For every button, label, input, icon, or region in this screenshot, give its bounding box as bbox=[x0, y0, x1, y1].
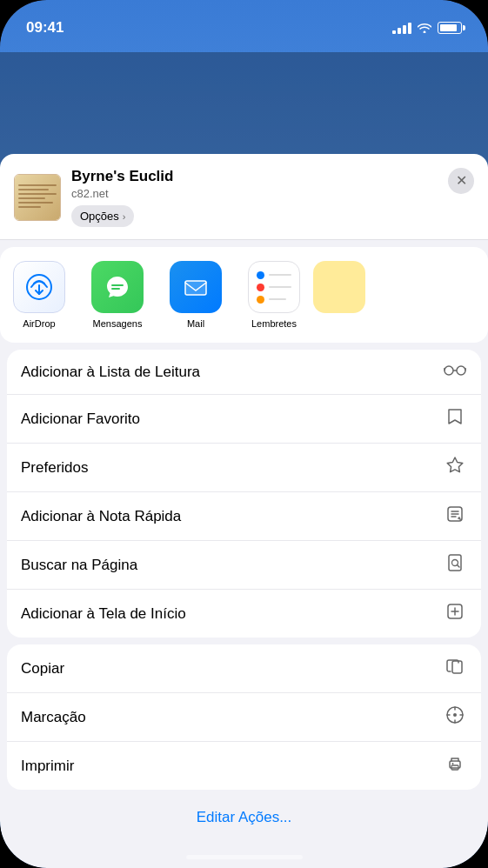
svg-point-18 bbox=[453, 713, 457, 717]
share-title: Byrne's Euclid bbox=[71, 168, 474, 185]
status-bar: 09:41 bbox=[0, 0, 488, 43]
action-label-reading-list: Adicionar à Lista de Leitura bbox=[21, 364, 200, 381]
reminders-icon bbox=[248, 261, 300, 313]
print-icon bbox=[443, 754, 467, 778]
status-time: 09:41 bbox=[26, 19, 64, 37]
wifi-icon bbox=[418, 23, 431, 33]
book-thumbnail bbox=[14, 174, 61, 221]
action-label-bookmark: Adicionar Favorito bbox=[21, 411, 140, 428]
svg-rect-10 bbox=[449, 555, 461, 571]
share-sheet-overlay: Byrne's Euclid c82.net Opções › ✕ bbox=[0, 52, 488, 868]
battery-icon bbox=[438, 22, 462, 34]
svg-point-25 bbox=[452, 763, 454, 765]
edit-actions: Editar Ações... bbox=[0, 797, 488, 838]
add-home-icon bbox=[443, 602, 467, 625]
action-label-find-on-page: Buscar na Página bbox=[21, 557, 137, 574]
markup-icon bbox=[443, 705, 467, 729]
reminders-label: Lembretes bbox=[251, 318, 297, 329]
svg-rect-2 bbox=[185, 281, 206, 295]
book-icon bbox=[443, 407, 467, 431]
home-indicator bbox=[186, 855, 303, 859]
apps-row: AirDrop Mensagens bbox=[0, 247, 488, 343]
action-label-favorites: Preferidos bbox=[21, 459, 88, 477]
action-label-markup: Marcação bbox=[21, 709, 86, 726]
action-list-2: Copiar Marcação bbox=[7, 644, 481, 790]
action-item-markup[interactable]: Marcação bbox=[7, 693, 481, 742]
copy-icon bbox=[443, 657, 467, 680]
share-sheet: Byrne's Euclid c82.net Opções › ✕ bbox=[0, 154, 488, 868]
note-icon bbox=[443, 504, 467, 528]
share-url: c82.net bbox=[71, 187, 474, 200]
airdrop-label: AirDrop bbox=[23, 318, 55, 329]
action-list-1: Adicionar à Lista de Leitura bbox=[7, 350, 481, 638]
close-icon: ✕ bbox=[456, 172, 467, 189]
messages-icon bbox=[91, 261, 144, 313]
signal-bars-icon bbox=[392, 23, 411, 34]
action-item-bookmark[interactable]: Adicionar Favorito bbox=[7, 395, 481, 444]
svg-line-12 bbox=[458, 565, 460, 568]
action-item-favorites[interactable]: Preferidos bbox=[7, 444, 481, 492]
app-item-mail[interactable]: Mail bbox=[157, 261, 235, 329]
mail-icon bbox=[170, 261, 222, 313]
mail-label: Mail bbox=[187, 318, 204, 329]
action-item-print[interactable]: Imprimir bbox=[7, 742, 481, 790]
airdrop-icon bbox=[13, 261, 65, 313]
more-app-icon bbox=[313, 261, 365, 313]
svg-rect-16 bbox=[452, 661, 462, 673]
action-label-copy: Copiar bbox=[21, 660, 64, 678]
close-button[interactable]: ✕ bbox=[448, 168, 474, 194]
svg-point-5 bbox=[457, 366, 465, 375]
app-item-more bbox=[313, 261, 365, 329]
action-item-reading-list[interactable]: Adicionar à Lista de Leitura bbox=[7, 350, 481, 395]
action-item-quick-note[interactable]: Adicionar à Nota Rápida bbox=[7, 492, 481, 541]
share-header-info: Byrne's Euclid c82.net Opções › bbox=[71, 168, 474, 227]
edit-actions-button[interactable]: Editar Ações... bbox=[197, 809, 292, 825]
svg-point-4 bbox=[445, 366, 453, 375]
action-label-quick-note: Adicionar à Nota Rápida bbox=[21, 508, 181, 525]
glasses-icon bbox=[443, 362, 467, 382]
screen-content: 09:41 bbox=[0, 0, 488, 868]
app-item-airdrop[interactable]: AirDrop bbox=[0, 261, 78, 329]
status-icons bbox=[392, 22, 462, 34]
action-item-add-home[interactable]: Adicionar à Tela de Início bbox=[7, 590, 481, 638]
chevron-right-icon: › bbox=[123, 211, 126, 222]
search-doc-icon bbox=[443, 553, 467, 577]
options-button[interactable]: Opções › bbox=[71, 205, 134, 227]
star-icon bbox=[443, 456, 467, 479]
action-item-find-on-page[interactable]: Buscar na Página bbox=[7, 541, 481, 590]
action-item-copy[interactable]: Copiar bbox=[7, 644, 481, 693]
action-item-reading-list-wrapper: Adicionar à Lista de Leitura bbox=[7, 350, 481, 395]
messages-label: Mensagens bbox=[93, 318, 143, 329]
action-label-add-home: Adicionar à Tela de Início bbox=[21, 605, 186, 623]
app-item-messages[interactable]: Mensagens bbox=[78, 261, 157, 329]
options-label: Opções bbox=[80, 210, 119, 223]
share-header: Byrne's Euclid c82.net Opções › ✕ bbox=[0, 154, 488, 240]
phone-frame: 09:41 bbox=[0, 0, 488, 868]
app-item-reminders[interactable]: Lembretes bbox=[235, 261, 313, 329]
action-label-print: Imprimir bbox=[21, 758, 74, 775]
